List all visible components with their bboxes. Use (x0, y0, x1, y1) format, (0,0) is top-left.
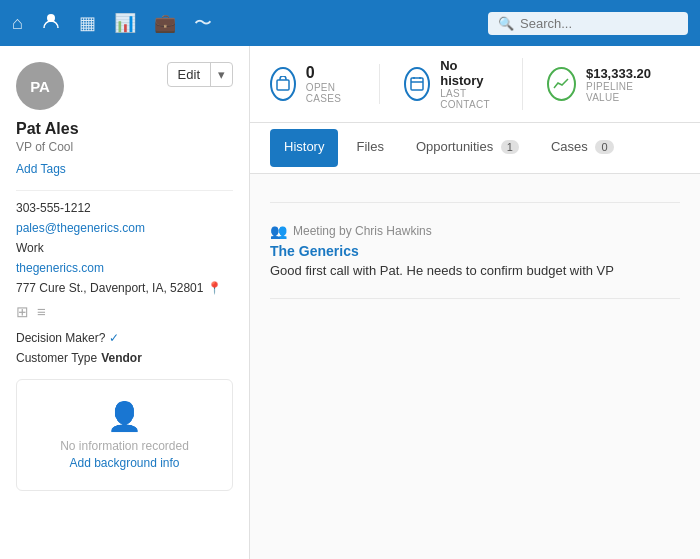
edit-button[interactable]: Edit ▾ (167, 62, 233, 87)
activity-section: 👥 Meeting by Chris Hawkins The Generics … (270, 202, 680, 299)
icon-row: ⊞ ≡ (16, 303, 233, 321)
stat-cases-number: 0 (306, 64, 355, 82)
activity-meta: 👥 Meeting by Chris Hawkins (270, 223, 680, 239)
tab-history-label: History (284, 139, 324, 154)
stat-pipeline: $13,333.20 PIPELINE VALUE (523, 66, 680, 103)
add-tags-link[interactable]: Add Tags (16, 162, 233, 176)
person-icon: 👤 (27, 400, 222, 433)
activity-item: 👥 Meeting by Chris Hawkins The Generics … (270, 215, 680, 286)
stat-pipeline-label: PIPELINE VALUE (586, 81, 656, 103)
stat-pipeline-number: $13,333.20 (586, 66, 656, 81)
stat-last-contact: No history LAST CONTACT (380, 58, 523, 110)
table-icon[interactable]: ⊞ (16, 303, 29, 321)
add-background-link[interactable]: Add background info (27, 456, 222, 470)
stat-contact-info: No history LAST CONTACT (440, 58, 498, 110)
contact-email[interactable]: pales@thegenerics.com (16, 221, 233, 235)
content-area: 👥 Meeting by Chris Hawkins The Generics … (250, 174, 700, 327)
search-icon: 🔍 (498, 16, 514, 31)
tab-opportunities-badge: 1 (501, 140, 519, 154)
stat-contact-number: No history (440, 58, 498, 88)
address-text: 777 Cure St., Davenport, IA, 52801 (16, 281, 203, 295)
avatar: PA (16, 62, 64, 110)
stat-cases-label: OPEN CASES (306, 82, 355, 104)
decision-maker-label: Decision Maker? (16, 331, 105, 345)
svg-rect-2 (411, 78, 423, 90)
right-panel: 0 OPEN CASES No history LAST CONTACT (250, 46, 700, 559)
chart-icon[interactable]: 📊 (114, 12, 136, 34)
tab-opportunities[interactable]: Opportunities 1 (402, 129, 533, 167)
no-info-card: 👤 No information recorded Add background… (16, 379, 233, 491)
home-icon[interactable]: ⌂ (12, 13, 23, 34)
no-info-text: No information recorded (27, 439, 222, 453)
sidebar-header: PA Edit ▾ (16, 62, 233, 110)
contact-name: Pat Ales (16, 120, 233, 138)
tab-files[interactable]: Files (342, 129, 397, 167)
edit-dropdown-arrow[interactable]: ▾ (210, 63, 232, 86)
stat-cases-info: 0 OPEN CASES (306, 64, 355, 104)
stat-contact-icon (404, 67, 430, 101)
customer-type-value: Vendor (101, 351, 142, 365)
briefcase-icon[interactable]: 💼 (154, 12, 176, 34)
meeting-icon: 👥 (270, 223, 287, 239)
activity-note: Good first call with Pat. He needs to co… (270, 263, 680, 278)
activity-divider-bottom (270, 298, 680, 299)
tab-bar: History Files Opportunities 1 Cases 0 (250, 123, 700, 174)
analytics-icon[interactable]: 〜 (194, 11, 212, 35)
contact-address: 777 Cure St., Davenport, IA, 52801 📍 (16, 281, 233, 295)
tab-cases[interactable]: Cases 0 (537, 129, 628, 167)
tab-opportunities-label: Opportunities (416, 139, 493, 154)
tab-cases-badge: 0 (595, 140, 613, 154)
activity-divider-top (270, 202, 680, 203)
svg-rect-1 (277, 80, 289, 90)
decision-maker-row: Decision Maker? ✓ (16, 331, 233, 345)
main-layout: PA Edit ▾ Pat Ales VP of Cool Add Tags 3… (0, 46, 700, 559)
calendar-icon[interactable]: ▦ (79, 12, 96, 34)
stat-pipeline-icon (547, 67, 576, 101)
tab-files-label: Files (356, 139, 383, 154)
stat-pipeline-info: $13,333.20 PIPELINE VALUE (586, 66, 656, 103)
contact-email-type: Work (16, 241, 233, 255)
contact-phone: 303-555-1212 (16, 201, 233, 215)
customer-type-row: Customer Type Vendor (16, 351, 233, 365)
stat-open-cases: 0 OPEN CASES (270, 64, 380, 104)
divider-1 (16, 190, 233, 191)
search-input[interactable] (520, 16, 680, 31)
stats-bar: 0 OPEN CASES No history LAST CONTACT (250, 46, 700, 123)
list-icon[interactable]: ≡ (37, 303, 46, 321)
activity-org[interactable]: The Generics (270, 243, 680, 259)
top-nav: ⌂ ▦ 📊 💼 〜 🔍 (0, 0, 700, 46)
contact-sidebar: PA Edit ▾ Pat Ales VP of Cool Add Tags 3… (0, 46, 250, 559)
stat-contact-label: LAST CONTACT (440, 88, 498, 110)
activity-author: Meeting by Chris Hawkins (293, 224, 432, 238)
check-icon: ✓ (109, 331, 119, 345)
search-bar[interactable]: 🔍 (488, 12, 688, 35)
stat-cases-icon (270, 67, 296, 101)
customer-type-label: Customer Type (16, 351, 97, 365)
tab-cases-label: Cases (551, 139, 588, 154)
edit-label: Edit (168, 63, 210, 86)
contact-website[interactable]: thegenerics.com (16, 261, 233, 275)
contact-icon[interactable] (41, 11, 61, 36)
contact-title: VP of Cool (16, 140, 233, 154)
location-icon: 📍 (207, 281, 222, 295)
tab-history[interactable]: History (270, 129, 338, 167)
